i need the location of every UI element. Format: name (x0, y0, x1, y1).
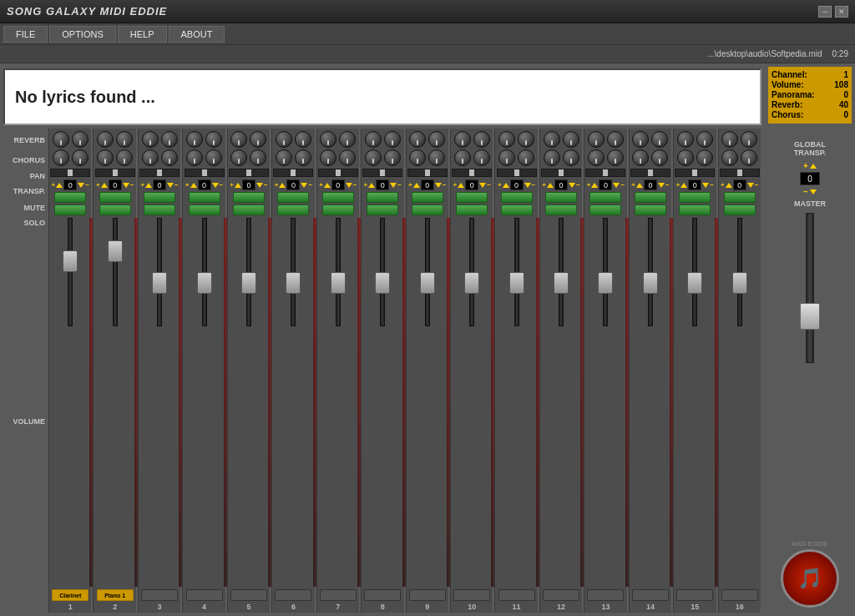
fader-handle-4[interactable] (197, 272, 212, 294)
pan-slider-4[interactable] (185, 169, 225, 177)
fader-handle-15[interactable] (687, 272, 702, 294)
global-up-arrow[interactable] (810, 164, 817, 169)
transp-down-2[interactable] (123, 183, 129, 188)
chorus-knob-5-1[interactable] (250, 149, 266, 166)
fader-track-2[interactable] (113, 218, 118, 326)
reverb-knob-9-1[interactable] (428, 131, 445, 148)
reverb-knob-1-0[interactable] (53, 131, 69, 148)
transp-down-10[interactable] (479, 183, 486, 188)
chorus-knob-5-0[interactable] (230, 149, 247, 166)
chorus-knob-15-0[interactable] (677, 149, 694, 166)
reverb-knob-11-1[interactable] (518, 131, 534, 148)
chorus-knob-14-0[interactable] (632, 149, 649, 166)
chorus-knob-6-0[interactable] (276, 149, 292, 166)
reverb-knob-16-0[interactable] (721, 131, 738, 148)
reverb-knob-1-1[interactable] (72, 131, 89, 148)
transp-plus-15[interactable]: + (676, 182, 680, 189)
menu-options[interactable]: OPTIONS (49, 26, 116, 43)
transp-minus-10[interactable]: − (487, 182, 491, 189)
mute-btn-16[interactable] (724, 192, 756, 203)
fader-handle-11[interactable] (509, 272, 524, 294)
solo-btn-7[interactable] (322, 204, 354, 215)
fader-handle-7[interactable] (331, 272, 346, 294)
transp-up-5[interactable] (235, 183, 241, 188)
minimize-button[interactable]: ─ (818, 6, 832, 18)
mute-btn-5[interactable] (233, 192, 265, 203)
fader-track-7[interactable] (336, 218, 341, 326)
transp-minus-4[interactable]: − (220, 182, 224, 189)
pan-slider-16[interactable] (720, 169, 760, 177)
mute-btn-2[interactable] (99, 192, 131, 203)
transp-plus-16[interactable]: + (721, 182, 725, 189)
transp-up-6[interactable] (279, 183, 286, 188)
fader-handle-2[interactable] (108, 240, 123, 262)
fader-track-11[interactable] (514, 218, 519, 326)
reverb-knob-9-0[interactable] (409, 131, 426, 148)
pan-slider-11[interactable] (497, 169, 537, 177)
reverb-knob-4-0[interactable] (186, 131, 203, 148)
reverb-knob-5-1[interactable] (250, 131, 266, 148)
transp-plus-3[interactable]: + (140, 182, 144, 189)
fader-handle-9[interactable] (420, 272, 435, 294)
reverb-knob-3-1[interactable] (161, 131, 178, 148)
solo-btn-12[interactable] (545, 204, 577, 215)
chorus-knob-10-1[interactable] (473, 149, 490, 166)
transp-minus-7[interactable]: − (353, 182, 357, 189)
fader-track-12[interactable] (559, 218, 564, 326)
fader-track-3[interactable] (157, 218, 162, 326)
reverb-knob-4-1[interactable] (205, 131, 222, 148)
reverb-knob-11-0[interactable] (498, 131, 515, 148)
mute-btn-14[interactable] (635, 192, 666, 203)
fader-track-9[interactable] (425, 218, 430, 326)
mute-btn-1[interactable] (54, 192, 86, 203)
fader-handle-6[interactable] (286, 272, 301, 294)
mute-btn-11[interactable] (501, 192, 533, 203)
transp-up-11[interactable] (503, 183, 509, 188)
chorus-knob-13-0[interactable] (588, 149, 605, 166)
mute-btn-13[interactable] (589, 192, 621, 203)
fader-track-5[interactable] (246, 218, 251, 326)
transp-up-13[interactable] (591, 183, 598, 188)
reverb-knob-8-1[interactable] (384, 131, 401, 148)
master-fader-handle[interactable] (800, 303, 820, 330)
transp-up-2[interactable] (101, 183, 108, 188)
global-minus-btn[interactable]: − (803, 187, 808, 196)
chorus-knob-14-1[interactable] (651, 149, 668, 166)
pan-slider-6[interactable] (273, 169, 313, 177)
menu-help[interactable]: HELP (118, 26, 167, 43)
fader-track-14[interactable] (648, 218, 653, 326)
instrument-tag-11[interactable] (498, 589, 535, 601)
instrument-tag-6[interactable] (275, 589, 311, 601)
instrument-tag-14[interactable] (632, 589, 669, 601)
instrument-tag-16[interactable] (721, 589, 758, 601)
transp-down-3[interactable] (167, 183, 174, 188)
pan-slider-2[interactable] (95, 169, 135, 177)
chorus-knob-4-1[interactable] (205, 149, 222, 166)
transp-up-3[interactable] (145, 183, 152, 188)
instrument-tag-12[interactable] (543, 589, 579, 601)
instrument-tag-15[interactable] (676, 589, 713, 601)
transp-plus-4[interactable]: + (185, 182, 190, 189)
instrument-tag-5[interactable] (230, 589, 267, 601)
reverb-knob-7-0[interactable] (320, 131, 336, 148)
transp-down-5[interactable] (256, 183, 263, 188)
reverb-knob-2-0[interactable] (97, 131, 114, 148)
transp-minus-16[interactable]: − (755, 182, 759, 189)
instrument-tag-10[interactable] (453, 589, 490, 601)
chorus-knob-7-0[interactable] (320, 149, 336, 166)
instrument-tag-4[interactable] (186, 589, 223, 601)
pan-slider-13[interactable] (585, 169, 625, 177)
solo-btn-5[interactable] (233, 204, 265, 215)
solo-btn-9[interactable] (412, 204, 443, 215)
transp-plus-5[interactable]: + (230, 182, 234, 189)
chorus-knob-3-1[interactable] (161, 149, 178, 166)
global-down-arrow[interactable] (810, 189, 817, 194)
transp-minus-12[interactable]: − (576, 182, 580, 189)
pan-slider-9[interactable] (407, 169, 448, 177)
chorus-knob-1-1[interactable] (72, 149, 89, 166)
transp-minus-2[interactable]: − (130, 182, 134, 189)
instrument-tag-2[interactable]: Piano 1 (97, 589, 134, 601)
chorus-knob-12-0[interactable] (544, 149, 560, 166)
chorus-knob-9-0[interactable] (409, 149, 426, 166)
fader-handle-14[interactable] (643, 272, 658, 294)
